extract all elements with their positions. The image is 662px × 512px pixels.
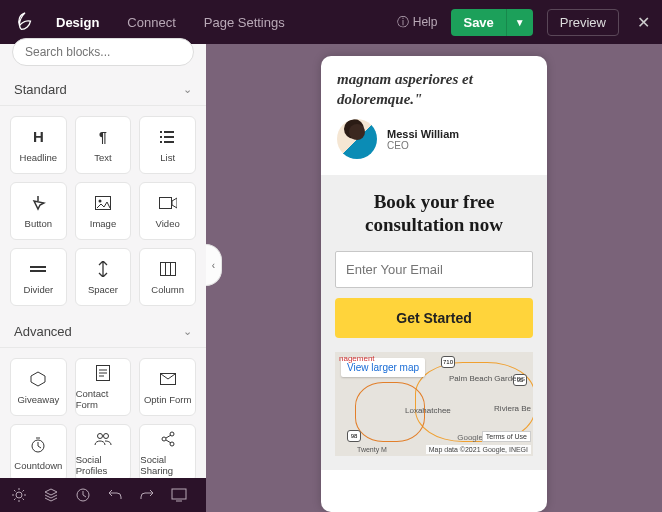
section-title-advanced: Advanced bbox=[14, 324, 72, 339]
get-started-button[interactable]: Get Started bbox=[335, 298, 533, 338]
close-icon[interactable]: ✕ bbox=[637, 13, 650, 32]
giveaway-icon bbox=[29, 370, 47, 388]
help-icon: ⓘ bbox=[397, 14, 409, 31]
button-icon bbox=[29, 194, 47, 212]
text-icon: ¶ bbox=[94, 128, 112, 146]
block-label: Contact Form bbox=[76, 388, 131, 410]
map-label: Riviera Be bbox=[494, 404, 531, 413]
spacer-icon bbox=[94, 260, 112, 278]
column-icon bbox=[159, 260, 177, 278]
svg-point-8 bbox=[103, 434, 108, 439]
block-label: Divider bbox=[24, 284, 54, 295]
svg-point-1 bbox=[98, 199, 101, 202]
redo-icon[interactable] bbox=[138, 486, 156, 504]
route-shield: 710 bbox=[441, 356, 455, 368]
countdown-icon bbox=[29, 436, 47, 454]
block-label: Button bbox=[25, 218, 52, 229]
block-video[interactable]: Video bbox=[139, 182, 196, 240]
list-icon bbox=[159, 128, 177, 146]
chevron-down-icon: ⌄ bbox=[183, 83, 192, 96]
map-logo: Google bbox=[457, 433, 483, 442]
testimonial-quote: magnam asperiores et doloremque." bbox=[321, 70, 547, 119]
device-icon[interactable] bbox=[170, 486, 188, 504]
block-optin-form[interactable]: Optin Form bbox=[139, 358, 196, 416]
email-field[interactable] bbox=[335, 251, 533, 288]
search-input[interactable] bbox=[12, 38, 194, 66]
preview-button[interactable]: Preview bbox=[547, 9, 619, 36]
contact-form-icon bbox=[94, 364, 112, 382]
help-link[interactable]: ⓘ Help bbox=[397, 14, 438, 31]
undo-icon[interactable] bbox=[106, 486, 124, 504]
gear-icon[interactable] bbox=[10, 486, 28, 504]
block-label: Giveaway bbox=[17, 394, 59, 405]
block-countdown[interactable]: Countdown bbox=[10, 424, 67, 478]
cta-section: Book your free consultation now Get Star… bbox=[321, 175, 547, 470]
blocks-sidebar: Standard ⌄ HHeadline ¶Text List Button I… bbox=[0, 44, 206, 512]
map-label: Palm Beach Gardens bbox=[449, 374, 525, 383]
mobile-preview: magnam asperiores et doloremque." Messi … bbox=[321, 56, 547, 512]
social-profiles-icon bbox=[94, 430, 112, 448]
block-social-sharing[interactable]: Social Sharing bbox=[139, 424, 196, 478]
tab-connect[interactable]: Connect bbox=[127, 15, 175, 30]
block-headline[interactable]: HHeadline bbox=[10, 116, 67, 174]
block-divider[interactable]: Divider bbox=[10, 248, 67, 306]
sidebar-bottom-bar bbox=[0, 478, 206, 512]
cta-heading: Book your free consultation now bbox=[335, 191, 533, 251]
tab-page-settings[interactable]: Page Settings bbox=[204, 15, 285, 30]
main-tabs: Design Connect Page Settings bbox=[56, 15, 285, 30]
svg-rect-2 bbox=[159, 197, 171, 208]
block-image[interactable]: Image bbox=[75, 182, 132, 240]
map-caption: Twenty M bbox=[357, 446, 387, 453]
history-icon[interactable] bbox=[74, 486, 92, 504]
route-shield: 98 bbox=[347, 430, 361, 442]
block-label: Countdown bbox=[14, 460, 62, 471]
svg-point-12 bbox=[16, 492, 22, 498]
help-label: Help bbox=[413, 15, 438, 29]
testimonial-author: Messi William CEO bbox=[321, 119, 547, 175]
advanced-blocks-grid: Giveaway Contact Form Optin Form Countdo… bbox=[0, 348, 206, 478]
svg-rect-14 bbox=[172, 489, 186, 499]
map-widget[interactable]: 710 95 98 View larger map nagement Palm … bbox=[335, 352, 533, 456]
block-button[interactable]: Button bbox=[10, 182, 67, 240]
map-label: nagement bbox=[339, 354, 375, 363]
svg-point-9 bbox=[162, 437, 166, 441]
tab-design[interactable]: Design bbox=[56, 15, 99, 30]
block-column[interactable]: Column bbox=[139, 248, 196, 306]
canvas-area: magnam asperiores et doloremque." Messi … bbox=[206, 44, 662, 512]
author-name: Messi William bbox=[387, 128, 459, 140]
section-header-standard[interactable]: Standard ⌄ bbox=[0, 74, 206, 106]
map-terms-link[interactable]: Terms of Use bbox=[482, 431, 531, 442]
block-text[interactable]: ¶Text bbox=[75, 116, 132, 174]
block-label: List bbox=[160, 152, 175, 163]
section-header-advanced[interactable]: Advanced ⌄ bbox=[0, 316, 206, 348]
divider-icon bbox=[29, 260, 47, 278]
optin-form-icon bbox=[159, 370, 177, 388]
map-attribution: Map data ©2021 Google, INEGI bbox=[426, 445, 531, 454]
video-icon bbox=[159, 194, 177, 212]
block-list[interactable]: List bbox=[139, 116, 196, 174]
block-spacer[interactable]: Spacer bbox=[75, 248, 132, 306]
block-label: Social Profiles bbox=[76, 454, 131, 476]
block-label: Spacer bbox=[88, 284, 118, 295]
block-giveaway[interactable]: Giveaway bbox=[10, 358, 67, 416]
block-label: Column bbox=[151, 284, 184, 295]
block-label: Social Sharing bbox=[140, 454, 195, 476]
block-social-profiles[interactable]: Social Profiles bbox=[75, 424, 132, 478]
save-dropdown-button[interactable]: ▼ bbox=[506, 9, 533, 36]
avatar bbox=[337, 119, 377, 159]
section-title-standard: Standard bbox=[14, 82, 67, 97]
save-button[interactable]: Save bbox=[451, 9, 505, 36]
headline-icon: H bbox=[29, 128, 47, 146]
block-contact-form[interactable]: Contact Form bbox=[75, 358, 132, 416]
chevron-down-icon: ⌄ bbox=[183, 325, 192, 338]
block-label: Image bbox=[90, 218, 116, 229]
map-label: Loxahatchee bbox=[405, 406, 451, 415]
image-icon bbox=[94, 194, 112, 212]
block-label: Headline bbox=[20, 152, 58, 163]
app-logo bbox=[12, 9, 38, 35]
svg-rect-3 bbox=[160, 262, 175, 275]
layers-icon[interactable] bbox=[42, 486, 60, 504]
svg-point-7 bbox=[97, 434, 102, 439]
social-sharing-icon bbox=[159, 430, 177, 448]
block-label: Video bbox=[156, 218, 180, 229]
